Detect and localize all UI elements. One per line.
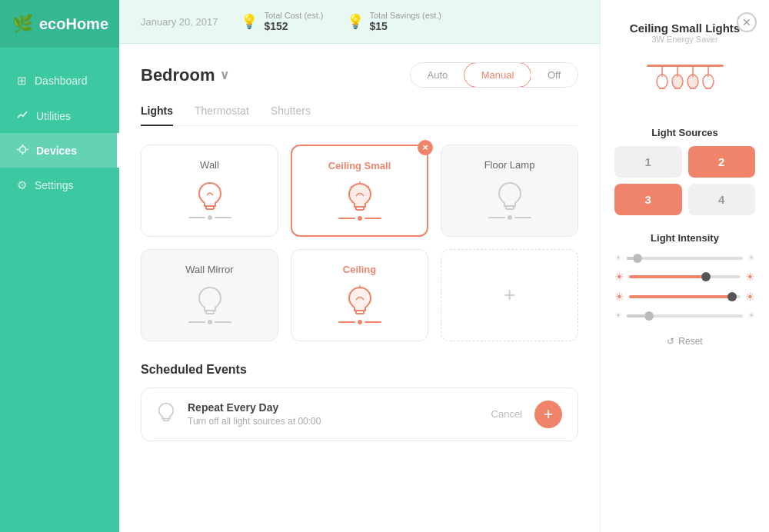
tab-shutters[interactable]: Shutters bbox=[271, 105, 311, 126]
intensity-section: Light Intensity ☀ ☀ ☀ ☀ ☀ bbox=[614, 232, 755, 328]
right-panel: ✕ Ceiling Small Lights 3W Energy Saver bbox=[600, 0, 769, 532]
svg-rect-27 bbox=[647, 65, 724, 67]
tab-lights[interactable]: Lights bbox=[141, 105, 173, 126]
svg-point-0 bbox=[20, 147, 26, 153]
event-cancel-button[interactable]: Cancel bbox=[491, 408, 522, 420]
intensity-track-4[interactable] bbox=[627, 314, 743, 318]
device-name-wall: Wall bbox=[200, 159, 219, 171]
sidebar-item-dashboard[interactable]: ⊞ Dashboard bbox=[0, 63, 119, 98]
room-name: Bedroom bbox=[141, 65, 215, 85]
room-header: Bedroom ∨ Auto Manual Off bbox=[141, 62, 578, 88]
event-desc: Turn off all light sources at 00:00 bbox=[188, 416, 479, 427]
intensity-thumb-3[interactable] bbox=[727, 292, 737, 301]
app-name: ecoHome bbox=[39, 15, 108, 33]
sidebar-item-devices[interactable]: Devices bbox=[0, 133, 119, 168]
mode-auto-button[interactable]: Auto bbox=[411, 63, 465, 87]
cost-label: Total Cost (est.) bbox=[264, 11, 323, 20]
device-card-floor-lamp[interactable]: Floor Lamp bbox=[441, 145, 578, 237]
intensity-track-1[interactable] bbox=[627, 257, 743, 260]
savings-value: $15 bbox=[370, 20, 388, 32]
main-content: January 20, 2017 💡 Total Cost (est.) $15… bbox=[119, 0, 600, 532]
intensity-slider-1[interactable]: ☀ ☀ bbox=[614, 253, 755, 263]
settings-icon: ⚙ bbox=[17, 178, 27, 192]
add-event-button[interactable]: + bbox=[534, 401, 562, 428]
intensity-slider-4[interactable]: ☀ ☀ bbox=[614, 311, 755, 321]
panel-device-header: Ceiling Small Lights 3W Energy Saver bbox=[614, 15, 755, 53]
intensity-thumb-2[interactable] bbox=[701, 272, 711, 281]
sidebar-label-utilities: Utilities bbox=[36, 110, 71, 122]
tab-thermostat[interactable]: Thermostat bbox=[195, 105, 249, 126]
device-slider-floor-lamp bbox=[488, 215, 531, 220]
device-slider-ceiling bbox=[338, 320, 381, 324]
light-sources-grid: 1 2 3 4 bbox=[614, 146, 755, 215]
intensity-slider-2[interactable]: ☀ ☀ bbox=[614, 271, 755, 283]
device-card-ceiling-small[interactable]: × Ceiling Small bbox=[291, 145, 428, 237]
intensity-track-2[interactable] bbox=[629, 275, 741, 278]
device-card-wall[interactable]: Wall bbox=[141, 145, 278, 237]
source-btn-3[interactable]: 3 bbox=[614, 184, 682, 215]
sidebar-label-settings: Settings bbox=[35, 179, 74, 191]
device-grid: Wall × Ceiling Small bbox=[141, 145, 578, 341]
devices-icon bbox=[17, 144, 28, 157]
utilities-icon bbox=[17, 109, 28, 122]
cost-value: $152 bbox=[264, 20, 288, 32]
source-btn-1[interactable]: 1 bbox=[614, 146, 682, 178]
content-area: Bedroom ∨ Auto Manual Off Lights Thermos… bbox=[119, 44, 600, 532]
mode-off-button[interactable]: Off bbox=[531, 63, 578, 87]
bulb-icon-wall-mirror bbox=[196, 284, 224, 317]
room-title[interactable]: Bedroom ∨ bbox=[141, 65, 229, 85]
intensity-thumb-1[interactable] bbox=[633, 254, 642, 263]
reset-icon: ↺ bbox=[667, 336, 674, 347]
bulb-icon-ceiling-small bbox=[346, 181, 374, 213]
mode-buttons: Auto Manual Off bbox=[410, 62, 579, 88]
panel-subtitle: 3W Energy Saver bbox=[614, 35, 755, 44]
cost-stat: 💡 Total Cost (est.) $152 bbox=[241, 11, 323, 32]
source-btn-2[interactable]: 2 bbox=[688, 146, 756, 178]
sidebar-item-utilities[interactable]: Utilities bbox=[0, 98, 119, 133]
intensity-fill-4 bbox=[627, 314, 644, 318]
device-name-ceiling-small: Ceiling Small bbox=[328, 160, 391, 171]
intensity-track-3[interactable] bbox=[629, 295, 741, 298]
app-logo[interactable]: 🌿 ecoHome bbox=[0, 0, 119, 48]
sidebar-item-settings[interactable]: ⚙ Settings bbox=[0, 168, 119, 203]
event-card: Repeat Every Day Turn off all light sour… bbox=[141, 387, 578, 441]
source-btn-4[interactable]: 4 bbox=[688, 184, 756, 215]
device-name-floor-lamp: Floor Lamp bbox=[484, 159, 535, 171]
dashboard-icon: ⊞ bbox=[17, 74, 27, 88]
reset-label: Reset bbox=[678, 336, 702, 347]
svg-point-35 bbox=[687, 75, 698, 88]
intensity-label: Light Intensity bbox=[614, 232, 755, 244]
sun-icon-sm-1: ☀ bbox=[614, 253, 622, 263]
bulb-icon-ceiling bbox=[346, 284, 374, 317]
close-panel-button[interactable]: ✕ bbox=[737, 12, 757, 32]
sidebar-label-dashboard: Dashboard bbox=[35, 75, 88, 87]
sun-icon-sm-4: ☀ bbox=[614, 311, 622, 321]
intensity-slider-3[interactable]: ☀ ☀ bbox=[614, 291, 755, 303]
event-bulb-icon bbox=[157, 401, 175, 427]
header-date: January 20, 2017 bbox=[141, 16, 218, 28]
bulb-icon-floor-lamp bbox=[496, 180, 524, 212]
device-slider-wall bbox=[188, 215, 231, 220]
reset-button[interactable]: ↺ Reset bbox=[614, 336, 755, 347]
sun-icon-sm-2: ☀ bbox=[614, 271, 624, 283]
device-name-ceiling: Ceiling bbox=[343, 264, 376, 275]
add-device-card[interactable]: + bbox=[441, 249, 578, 341]
active-badge: × bbox=[418, 140, 433, 155]
device-card-wall-mirror[interactable]: Wall Mirror bbox=[141, 249, 278, 341]
device-name-wall-mirror: Wall Mirror bbox=[185, 264, 233, 275]
sun-icon-lg-3: ☀ bbox=[745, 291, 755, 303]
event-info: Repeat Every Day Turn off all light sour… bbox=[188, 401, 479, 427]
ceiling-light-illustration bbox=[614, 56, 755, 102]
mode-manual-button[interactable]: Manual bbox=[464, 62, 532, 88]
add-icon: + bbox=[504, 283, 515, 307]
event-title: Repeat Every Day bbox=[188, 401, 479, 414]
savings-stat: 💡 Total Savings (est.) $15 bbox=[347, 11, 442, 32]
intensity-thumb-4[interactable] bbox=[644, 311, 654, 321]
tab-bar: Lights Thermostat Shutters bbox=[141, 105, 578, 126]
intensity-fill-1 bbox=[627, 257, 633, 260]
sun-icon-lg-1: ☀ bbox=[747, 253, 755, 263]
device-slider-wall-mirror bbox=[188, 320, 231, 324]
intensity-fill-2 bbox=[629, 275, 701, 278]
bulb-icon-wall bbox=[196, 180, 224, 212]
device-card-ceiling[interactable]: Ceiling bbox=[291, 249, 428, 341]
